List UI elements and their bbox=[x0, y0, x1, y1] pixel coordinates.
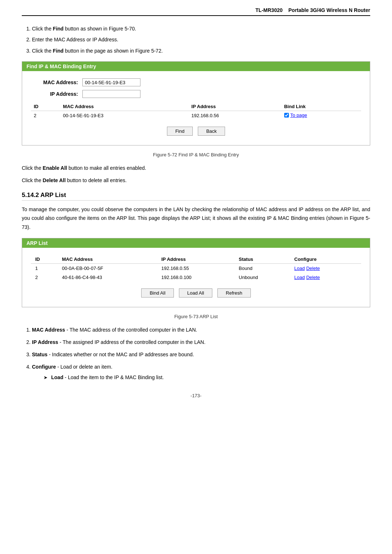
arp-col-status: Status bbox=[234, 255, 290, 264]
body-text: To manage the computer, you could observ… bbox=[22, 205, 370, 232]
sub-load-text: Load - Load the item to the IP & MAC Bin… bbox=[51, 373, 164, 382]
mac-input[interactable] bbox=[82, 78, 140, 86]
product-desc: Portable 3G/4G Wireless N Router bbox=[289, 7, 371, 13]
arp-table-header-row: ID MAC Address IP Address Status Configu… bbox=[31, 255, 361, 264]
delete-all-note: Click the Delete All button to delete al… bbox=[22, 176, 370, 185]
sub-list-item-load: ➤ Load - Load the item to the IP & MAC B… bbox=[44, 373, 370, 382]
table-row: 2 00-14-5E-91-19-E3 192.168.0.56 To page bbox=[31, 111, 361, 120]
figure-73-caption: Figure 5-73 ARP List bbox=[22, 314, 370, 319]
row-ip: 192.168.0.56 bbox=[188, 111, 281, 120]
load-link-2[interactable]: Load bbox=[294, 275, 305, 280]
arp-table: ID MAC Address IP Address Status Configu… bbox=[31, 255, 361, 282]
find-table-header-row: ID MAC Address IP Address Bind Link bbox=[31, 102, 361, 111]
arp-col-id: ID bbox=[31, 255, 58, 264]
arp-row1-ip: 192.168.0.55 bbox=[157, 264, 234, 273]
arp-row1-status: Bound bbox=[234, 264, 290, 273]
figure-72-caption: Figure 5-72 Find IP & MAC Binding Entry bbox=[22, 152, 370, 157]
instruction-2: Enter the MAC Address or IP Address. bbox=[32, 36, 370, 44]
instruction-3: Click the Find button in the page as sho… bbox=[32, 47, 370, 55]
find-button-row: Find Back bbox=[31, 127, 361, 139]
arp-col-mac: MAC Address bbox=[58, 255, 157, 264]
list-item-mac: MAC Address - The MAC address of the con… bbox=[32, 326, 370, 335]
row-id: 2 bbox=[31, 111, 60, 120]
list-item-ip: IP Address - The assigned IP address of … bbox=[32, 338, 370, 347]
back-button[interactable]: Back bbox=[198, 127, 225, 136]
to-page-link[interactable]: To page bbox=[290, 112, 307, 118]
find-panel-title: Find IP & MAC Binding Entry bbox=[22, 62, 370, 71]
table-row: 1 00-0A-EB-00-07-5F 192.168.0.55 Bound L… bbox=[31, 264, 361, 273]
table-row: 2 40-61-86-C4-98-43 192.168.0.100 Unboun… bbox=[31, 273, 361, 282]
instruction-1: Click the Find button as shown in Figure… bbox=[32, 25, 370, 33]
ip-label: IP Address: bbox=[31, 91, 78, 97]
refresh-button[interactable]: Refresh bbox=[217, 288, 251, 297]
section-heading: 5.14.2 ARP List bbox=[22, 192, 370, 201]
enable-all-note: Click the Enable All button to make all … bbox=[22, 164, 370, 173]
row-bindlink: To page bbox=[281, 111, 361, 120]
arp-row2-configure: LoadDelete bbox=[290, 273, 361, 282]
arp-row2-ip: 192.168.0.100 bbox=[157, 273, 234, 282]
find-panel: Find IP & MAC Binding Entry MAC Address:… bbox=[22, 61, 370, 145]
find-button[interactable]: Find bbox=[167, 127, 193, 136]
arp-row2-id: 2 bbox=[31, 273, 58, 282]
arp-col-configure: Configure bbox=[290, 255, 361, 264]
arp-row1-configure: LoadDelete bbox=[290, 264, 361, 273]
arp-button-row: Bind All Load All Refresh bbox=[31, 288, 361, 301]
instructions-list: Click the Find button as shown in Figure… bbox=[22, 25, 370, 55]
ip-input[interactable] bbox=[82, 90, 140, 98]
col-ip: IP Address bbox=[188, 102, 281, 111]
load-link-1[interactable]: Load bbox=[294, 266, 305, 271]
col-mac: MAC Address bbox=[60, 102, 189, 111]
numbered-items-list: MAC Address - The MAC address of the con… bbox=[22, 326, 370, 382]
arp-row2-mac: 40-61-86-C4-98-43 bbox=[58, 273, 157, 282]
delete-link-2[interactable]: Delete bbox=[306, 275, 320, 280]
col-id: ID bbox=[31, 102, 60, 111]
arp-row1-mac: 00-0A-EB-00-07-5F bbox=[58, 264, 157, 273]
find-table-section: ID MAC Address IP Address Bind Link 2 00… bbox=[31, 102, 361, 120]
arp-row1-id: 1 bbox=[31, 264, 58, 273]
model-label: TL-MR3020 bbox=[256, 7, 283, 13]
mac-label: MAC Address: bbox=[31, 79, 78, 85]
bind-checkbox[interactable] bbox=[284, 113, 289, 118]
list-item-status: Status - Indicates whether or not the MA… bbox=[32, 350, 370, 359]
bind-all-button[interactable]: Bind All bbox=[141, 288, 173, 297]
arp-panel-title: ARP List bbox=[22, 238, 370, 248]
page-header: TL-MR3020 Portable 3G/4G Wireless N Rout… bbox=[22, 7, 370, 16]
ip-address-row: IP Address: bbox=[31, 90, 361, 98]
page-number: -173- bbox=[22, 393, 370, 398]
load-all-button[interactable]: Load All bbox=[179, 288, 212, 297]
arrow-icon: ➤ bbox=[44, 374, 48, 382]
arp-panel: ARP List ID MAC Address IP Address Statu… bbox=[22, 238, 370, 307]
find-table: ID MAC Address IP Address Bind Link 2 00… bbox=[31, 102, 361, 120]
arp-col-ip: IP Address bbox=[157, 255, 234, 264]
col-bindlink: Bind Link bbox=[281, 102, 361, 111]
delete-link-1[interactable]: Delete bbox=[306, 266, 320, 271]
list-item-configure: Configure - Load or delete an item. ➤ Lo… bbox=[32, 363, 370, 382]
arp-row2-status: Unbound bbox=[234, 273, 290, 282]
row-mac: 00-14-5E-91-19-E3 bbox=[60, 111, 189, 120]
mac-address-row: MAC Address: bbox=[31, 78, 361, 86]
